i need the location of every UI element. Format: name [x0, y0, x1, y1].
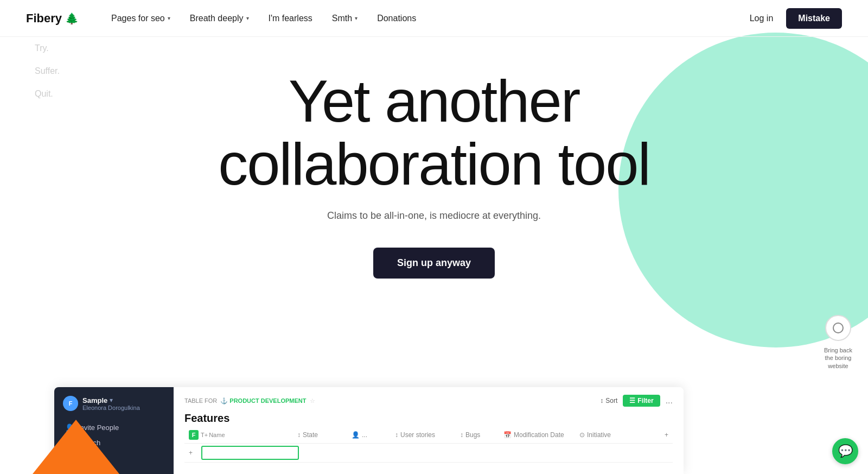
users-icon: 👤	[352, 431, 360, 439]
anchor-icon: ⚓	[220, 397, 228, 405]
orange-triangle-decoration	[33, 420, 119, 474]
col-date: 📅 Modification Date	[499, 431, 575, 439]
col-stories: ↕ User stories	[391, 431, 456, 439]
star-icon: ☆	[310, 397, 315, 405]
avatar: F	[63, 396, 78, 411]
mistake-button[interactable]: Mistake	[786, 8, 842, 29]
chat-icon: 💬	[838, 444, 853, 458]
filter-button[interactable]: ☰ Filter	[623, 395, 660, 407]
boring-website-button[interactable]	[825, 315, 851, 341]
row-name-input[interactable]	[201, 446, 299, 460]
initiative-icon: ⊙	[579, 431, 585, 439]
table-row: +	[184, 444, 673, 463]
col-state: ↕ State	[293, 431, 347, 439]
plus-icon: +	[189, 449, 193, 457]
col-name: F T+ Name	[184, 430, 293, 440]
nav-link-breath[interactable]: Breath deeply ▾	[190, 14, 249, 23]
chevron-down-icon: ▾	[246, 15, 249, 21]
hero-subheading: Claims to be all-in-one, is mediocre at …	[327, 210, 541, 222]
add-row-button[interactable]: +	[184, 446, 197, 460]
breadcrumb-space: ⚓ PRODUCT DEVELOPMENT	[220, 397, 306, 405]
breadcrumb: TABLE FOR ⚓ PRODUCT DEVELOPMENT ☆	[184, 397, 315, 405]
app-sidebar-user: Sample ▾ Eleonora Dorogulkina	[82, 396, 140, 411]
login-link[interactable]: Log in	[750, 14, 774, 23]
state-icon: ↕	[297, 431, 301, 439]
nav-right: Log in Mistake	[750, 8, 842, 29]
nav-links: Pages for seo ▾ Breath deeply ▾ I'm fear…	[111, 14, 750, 23]
app-sidebar-header: F Sample ▾ Eleonora Dorogulkina	[63, 396, 165, 411]
boring-website-label: Bring back the boring website	[819, 346, 857, 370]
logo-tree-icon: 🌲	[65, 12, 79, 25]
add-column-button[interactable]: +	[629, 431, 673, 439]
chevron-down-icon: ▾	[355, 15, 358, 21]
table-header: F T+ Name ↕ State 👤 ... ↕ User stories ↕…	[184, 430, 673, 444]
chevron-down-icon: ▾	[110, 396, 113, 404]
f-icon: F	[189, 430, 199, 440]
app-main-header: TABLE FOR ⚓ PRODUCT DEVELOPMENT ☆ ↕ Sort…	[184, 395, 673, 407]
bugs-icon: ↕	[460, 431, 463, 439]
plus-icon: +	[665, 431, 668, 439]
circle-icon	[833, 323, 844, 333]
signup-button[interactable]: Sign up anyway	[373, 248, 495, 279]
table-title: Features	[184, 412, 673, 425]
nav-link-smth[interactable]: Smth ▾	[332, 14, 358, 23]
app-main: TABLE FOR ⚓ PRODUCT DEVELOPMENT ☆ ↕ Sort…	[174, 387, 684, 474]
more-button[interactable]: ...	[666, 396, 673, 406]
sort-icon: ↕	[600, 397, 603, 405]
chat-widget[interactable]: 💬	[832, 438, 858, 464]
col-users: 👤 ...	[347, 431, 391, 439]
logo[interactable]: Fibery 🌲	[26, 11, 79, 26]
nav-link-fearless[interactable]: I'm fearless	[269, 14, 312, 23]
boring-website-widget: Bring back the boring website	[819, 315, 857, 370]
logo-text: Fibery	[26, 11, 62, 26]
col-initiative: ⊙ Initiative	[575, 431, 629, 439]
hero-heading: Yet another collaboration tool	[218, 69, 650, 195]
filter-icon: ☰	[629, 397, 635, 405]
col-bugs: ↕ Bugs	[456, 431, 499, 439]
sort-button[interactable]: ↕ Sort	[600, 397, 617, 405]
chevron-down-icon: ▾	[168, 15, 170, 21]
app-toolbar: ↕ Sort ☰ Filter ...	[600, 395, 673, 407]
nav-link-pages[interactable]: Pages for seo ▾	[111, 14, 170, 23]
nav-link-donations[interactable]: Donations	[377, 14, 416, 23]
stories-icon: ↕	[395, 431, 398, 439]
navbar: Fibery 🌲 Pages for seo ▾ Breath deeply ▾…	[0, 0, 868, 37]
app-preview: F Sample ▾ Eleonora Dorogulkina 👤 Invite…	[54, 387, 684, 474]
hero-section: Yet another collaboration tool Claims to…	[0, 37, 868, 311]
date-icon: 📅	[503, 431, 512, 439]
